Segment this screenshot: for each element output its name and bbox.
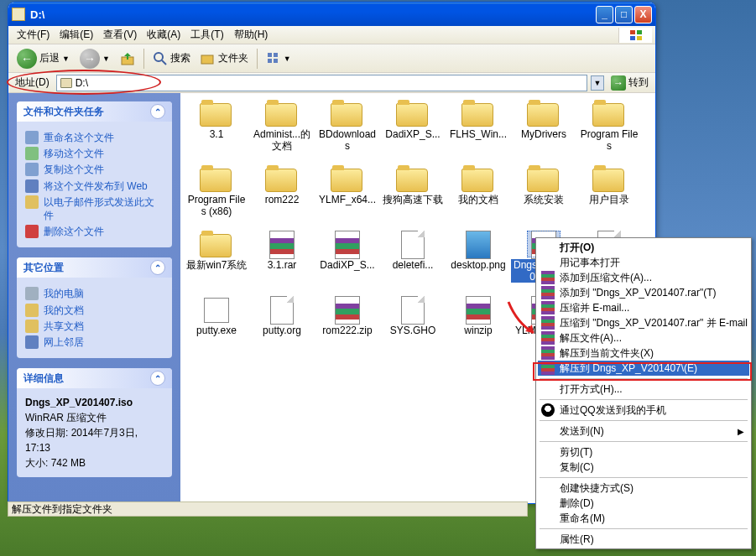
task-email[interactable]: 以电子邮件形式发送此文件 <box>25 195 164 222</box>
context-menu-item[interactable]: 通过QQ发送到我的手机 <box>538 403 749 418</box>
context-menu-item[interactable]: 复制(C) <box>538 460 749 475</box>
folder-icon <box>396 100 430 127</box>
context-menu-item[interactable]: 打开方式(H)... <box>538 382 749 397</box>
file-item[interactable]: Program Files <box>576 100 642 162</box>
context-menu-item[interactable]: 压缩并 E-mail... <box>538 300 749 315</box>
file-item[interactable]: winzip <box>446 296 511 358</box>
file-item[interactable]: 用户目录 <box>576 165 642 227</box>
forward-arrow-icon: → <box>80 49 100 69</box>
task-delete[interactable]: 删除这个文件 <box>25 225 164 238</box>
file-item[interactable]: rom222.zip <box>315 296 380 358</box>
titlebar[interactable]: D:\ _ □ X <box>8 3 655 26</box>
window-title: D:\ <box>30 8 596 21</box>
rar-icon <box>541 301 555 314</box>
address-field[interactable]: D:\ <box>56 75 587 91</box>
menu-view[interactable]: 查看(V) <box>98 26 142 44</box>
place-label: 我的电脑 <box>44 287 84 300</box>
place-mydocs[interactable]: 我的文档 <box>25 304 164 317</box>
address-dropdown-icon[interactable]: ▼ <box>591 75 604 91</box>
menu-file[interactable]: 文件(F) <box>12 26 55 44</box>
file-item[interactable]: 系统安装 <box>511 165 576 227</box>
views-drop-icon[interactable]: ▼ <box>284 55 291 63</box>
context-menu-item[interactable]: 创建快捷方式(S) <box>538 481 749 496</box>
drive-icon <box>60 78 72 88</box>
file-item[interactable]: putty.org <box>249 296 315 358</box>
close-button[interactable]: X <box>634 6 652 23</box>
context-menu-item[interactable]: 压缩到 "Dngs_XP_V201407.rar" 并 E-mail <box>538 315 749 330</box>
file-item[interactable]: Program Files (x86) <box>184 165 249 227</box>
place-label: 共享文档 <box>44 320 84 333</box>
task-move[interactable]: 移动这个文件 <box>25 147 164 160</box>
menu-item-label: 发送到(N) <box>560 424 604 439</box>
context-menu-item[interactable]: 解压到当前文件夹(X) <box>538 346 749 361</box>
file-item[interactable]: DadiXP_S... <box>315 231 380 293</box>
context-menu-item[interactable]: 剪切(T) <box>538 444 749 460</box>
menu-fav[interactable]: 收藏(A) <box>142 26 185 44</box>
back-button[interactable]: ← 后退 ▼ <box>13 47 73 70</box>
panel-tasks-title: 文件和文件夹任务 <box>23 105 104 119</box>
context-menu-item[interactable]: 打开(O) <box>538 240 749 255</box>
file-item[interactable]: Administ...的文档 <box>249 100 315 162</box>
minimize-button[interactable]: _ <box>596 6 613 23</box>
file-item[interactable]: SYS.GHO <box>380 296 446 358</box>
file-label: 最新win7系统 <box>185 259 249 273</box>
menu-item-label: 删除(D) <box>560 496 594 511</box>
context-menu-item[interactable]: 属性(R) <box>538 532 749 547</box>
folders-button[interactable]: 文件夹 <box>197 49 252 68</box>
file-item[interactable]: BDdownloads <box>315 100 380 162</box>
task-publish[interactable]: 将这个文件发布到 Web <box>25 179 164 193</box>
task-copy[interactable]: 复制这个文件 <box>25 163 164 176</box>
forward-drop-icon[interactable]: ▼ <box>102 55 110 63</box>
task-rename[interactable]: 重命名这个文件 <box>25 131 164 144</box>
file-item[interactable]: 3.1.rar <box>249 231 315 293</box>
context-menu-item[interactable]: 解压文件(A)... <box>538 330 749 346</box>
file-label: putty.org <box>261 325 303 338</box>
search-label: 搜索 <box>170 51 190 65</box>
go-button[interactable]: → 转到 <box>607 75 652 91</box>
search-icon <box>153 51 168 66</box>
file-item[interactable]: 我的文档 <box>446 165 511 227</box>
image-icon <box>461 231 495 257</box>
file-item[interactable]: 3.1 <box>184 100 249 162</box>
file-item[interactable]: MyDrivers <box>511 100 576 162</box>
collapse-icon[interactable]: ⌃ <box>150 104 165 119</box>
context-menu-item[interactable]: 用记事本打开 <box>538 255 749 270</box>
collapse-icon[interactable]: ⌃ <box>150 260 165 275</box>
panel-details-header[interactable]: 详细信息 ⌃ <box>17 368 172 388</box>
folders-label: 文件夹 <box>218 51 248 65</box>
file-label: 系统安装 <box>522 194 566 207</box>
file-item[interactable]: desktop.png <box>446 231 511 293</box>
file-item[interactable]: putty.exe <box>184 296 249 358</box>
panel-tasks-header[interactable]: 文件和文件夹任务 ⌃ <box>17 101 172 122</box>
file-item[interactable]: YLMF_x64... <box>315 165 380 227</box>
forward-button[interactable]: → ▼ <box>76 47 113 70</box>
views-button[interactable]: ▼ <box>263 49 295 68</box>
place-mycomputer[interactable]: 我的电脑 <box>25 287 164 300</box>
file-item[interactable]: DadiXP_S... <box>380 100 446 162</box>
file-label: 搜狗高速下载 <box>381 194 445 207</box>
panel-places-header[interactable]: 其它位置 ⌃ <box>17 257 172 278</box>
file-item[interactable]: deletefi... <box>380 231 446 293</box>
collapse-icon[interactable]: ⌃ <box>150 371 165 386</box>
file-item[interactable]: rom222 <box>249 165 315 227</box>
place-network[interactable]: 网上邻居 <box>25 335 164 349</box>
file-label: 用户目录 <box>587 194 631 207</box>
context-menu-item[interactable]: 添加到 "Dngs_XP_V201407.rar"(T) <box>538 285 749 300</box>
place-shared[interactable]: 共享文档 <box>25 320 164 333</box>
back-drop-icon[interactable]: ▼ <box>62 55 70 63</box>
file-item[interactable]: 最新win7系统 <box>184 231 249 293</box>
up-button[interactable] <box>117 49 138 68</box>
menu-separator <box>540 477 748 478</box>
context-menu-item[interactable]: 添加到压缩文件(A)... <box>538 270 749 285</box>
context-menu-item[interactable]: 解压到 Dngs_XP_V201407\(E) <box>538 361 749 376</box>
context-menu-item[interactable]: 发送到(N)▶ <box>538 423 749 439</box>
file-item[interactable]: 搜狗高速下载 <box>380 165 446 227</box>
menu-edit[interactable]: 编辑(E) <box>55 26 98 44</box>
menu-tools[interactable]: 工具(T) <box>185 26 228 44</box>
maximize-button[interactable]: □ <box>615 6 633 23</box>
context-menu-item[interactable]: 删除(D) <box>538 496 749 511</box>
search-button[interactable]: 搜索 <box>149 49 194 68</box>
file-item[interactable]: FLHS_Win... <box>446 100 511 162</box>
menu-help[interactable]: 帮助(H) <box>229 26 274 44</box>
context-menu-item[interactable]: 重命名(M) <box>538 511 749 526</box>
